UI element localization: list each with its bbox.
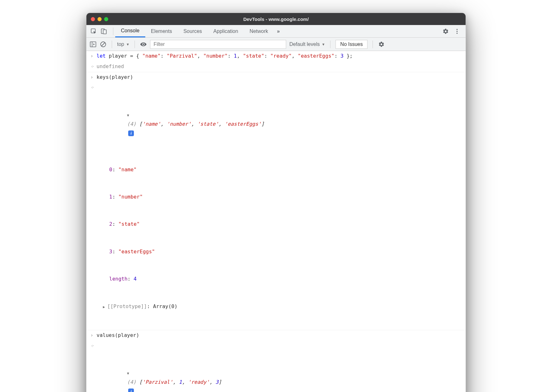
console-settings-gear-icon[interactable] bbox=[378, 41, 385, 48]
tab-elements[interactable]: Elements bbox=[145, 25, 178, 37]
output-marker-icon bbox=[88, 83, 95, 329]
output-marker-icon bbox=[88, 341, 95, 392]
input-marker-icon bbox=[88, 52, 95, 61]
svg-rect-2 bbox=[103, 30, 106, 34]
caret-down-icon: ▼ bbox=[322, 42, 325, 46]
issues-button[interactable]: No Issues bbox=[336, 40, 367, 49]
array-result: (4) ['Parzival', 1, 'ready', 3] i 0: "Pa… bbox=[95, 341, 463, 392]
console-input-row: keys(player) bbox=[86, 72, 466, 83]
console-output: let player = { "name": "Parzival", "numb… bbox=[86, 51, 466, 392]
console-input-row: values(player) bbox=[86, 330, 466, 341]
divider bbox=[373, 41, 373, 48]
length-entry[interactable]: length: 4 bbox=[97, 275, 463, 284]
tabstrip: Console Elements Sources Application Net… bbox=[86, 25, 466, 38]
window-title: DevTools - www.google.com/ bbox=[86, 16, 466, 22]
expand-arrow-icon[interactable] bbox=[127, 111, 131, 120]
input-marker-icon bbox=[88, 331, 95, 340]
code-line[interactable]: keys(player) bbox=[95, 73, 463, 82]
array-entry[interactable]: 3: "easterEggs" bbox=[97, 247, 463, 256]
input-marker-icon bbox=[88, 73, 95, 82]
svg-point-5 bbox=[456, 33, 458, 34]
tab-network[interactable]: Network bbox=[244, 25, 274, 37]
close-window-button[interactable] bbox=[91, 17, 95, 21]
maximize-window-button[interactable] bbox=[104, 17, 108, 21]
minimize-window-button[interactable] bbox=[97, 17, 102, 21]
array-entry[interactable]: 0: "name" bbox=[97, 165, 463, 174]
tab-console[interactable]: Console bbox=[115, 25, 145, 37]
console-input-row: let player = { "name": "Parzival", "numb… bbox=[86, 51, 466, 61]
divider bbox=[113, 28, 113, 35]
console-output-row: undefined bbox=[86, 61, 466, 72]
devtools-window: DevTools - www.google.com/ Console Eleme… bbox=[86, 13, 466, 392]
filter-input[interactable] bbox=[150, 40, 286, 49]
log-levels-selector[interactable]: Default levels ▼ bbox=[289, 41, 325, 47]
svg-point-3 bbox=[456, 29, 458, 30]
undefined-result: undefined bbox=[95, 62, 463, 71]
inspect-element-icon[interactable] bbox=[90, 28, 97, 35]
levels-label: Default levels bbox=[289, 41, 320, 47]
code-line[interactable]: values(player) bbox=[95, 331, 463, 340]
svg-point-4 bbox=[456, 31, 458, 32]
tab-application[interactable]: Application bbox=[208, 25, 244, 37]
svg-rect-6 bbox=[90, 42, 96, 47]
console-output-row: (4) ['Parzival', 1, 'ready', 3] i 0: "Pa… bbox=[86, 341, 466, 392]
live-expression-eye-icon[interactable] bbox=[140, 41, 147, 48]
console-toolbar: top ▼ Default levels ▼ No Issues bbox=[86, 38, 466, 51]
output-marker-icon bbox=[88, 62, 95, 71]
array-result: (4) ['name', 'number', 'state', 'easterE… bbox=[95, 83, 463, 329]
sidebar-toggle-icon[interactable] bbox=[90, 41, 97, 48]
device-toolbar-icon[interactable] bbox=[100, 28, 107, 35]
console-output-row: (4) ['name', 'number', 'state', 'easterE… bbox=[86, 82, 466, 330]
divider bbox=[135, 41, 135, 48]
traffic-lights bbox=[91, 17, 108, 21]
expand-arrow-icon[interactable] bbox=[127, 369, 131, 378]
prototype-entry[interactable]: [[Prototype]]: Array(0) bbox=[97, 302, 463, 311]
code-line[interactable]: let player = { "name": "Parzival", "numb… bbox=[95, 52, 463, 61]
array-entry[interactable]: 2: "state" bbox=[97, 220, 463, 229]
tab-sources[interactable]: Sources bbox=[178, 25, 208, 37]
array-entry[interactable]: 1: "number" bbox=[97, 193, 463, 202]
titlebar: DevTools - www.google.com/ bbox=[86, 13, 466, 25]
kebab-menu-icon[interactable] bbox=[454, 28, 461, 35]
divider bbox=[112, 41, 112, 48]
more-tabs-button[interactable]: » bbox=[274, 25, 283, 37]
info-icon[interactable]: i bbox=[128, 389, 134, 392]
clear-console-icon[interactable] bbox=[100, 41, 107, 48]
info-icon[interactable]: i bbox=[128, 130, 134, 136]
context-label: top bbox=[117, 41, 124, 47]
expand-arrow-icon[interactable] bbox=[103, 302, 107, 311]
context-selector[interactable]: top ▼ bbox=[117, 41, 129, 47]
divider bbox=[330, 41, 330, 48]
settings-gear-icon[interactable] bbox=[442, 28, 449, 35]
caret-down-icon: ▼ bbox=[126, 42, 129, 46]
